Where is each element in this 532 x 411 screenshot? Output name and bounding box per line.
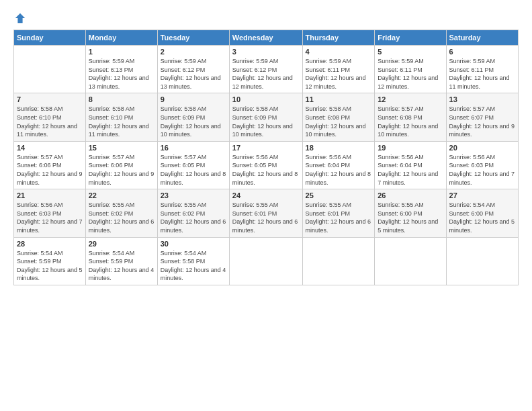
- calendar-cell: 18Sunrise: 5:56 AM Sunset: 6:04 PM Dayli…: [302, 141, 375, 189]
- day-info: Sunrise: 5:58 AM Sunset: 6:10 PM Dayligh…: [17, 105, 83, 138]
- calendar-cell: 16Sunrise: 5:57 AM Sunset: 6:05 PM Dayli…: [157, 141, 229, 189]
- calendar-cell: 24Sunrise: 5:55 AM Sunset: 6:01 PM Dayli…: [229, 189, 302, 237]
- header-day: Wednesday: [229, 30, 302, 46]
- calendar-cell: 23Sunrise: 5:55 AM Sunset: 6:02 PM Dayli…: [157, 189, 229, 237]
- day-info: Sunrise: 5:57 AM Sunset: 6:06 PM Dayligh…: [17, 153, 83, 187]
- calendar-cell: 19Sunrise: 5:56 AM Sunset: 6:04 PM Dayli…: [375, 141, 446, 189]
- day-number: 9: [161, 95, 226, 103]
- header-day: Sunday: [14, 30, 86, 46]
- calendar-cell: 3Sunrise: 5:59 AM Sunset: 6:12 PM Daylig…: [229, 46, 302, 93]
- day-number: 18: [306, 144, 372, 152]
- day-info: Sunrise: 5:56 AM Sunset: 6:04 PM Dayligh…: [306, 153, 372, 187]
- calendar-cell: 28Sunrise: 5:54 AM Sunset: 5:59 PM Dayli…: [14, 237, 86, 285]
- day-number: 17: [232, 144, 300, 152]
- day-number: 21: [17, 191, 83, 199]
- day-number: 2: [161, 48, 226, 56]
- day-number: 29: [89, 240, 154, 248]
- day-number: 1: [89, 48, 154, 56]
- calendar-week-row: 1Sunrise: 5:59 AM Sunset: 6:13 PM Daylig…: [14, 46, 519, 93]
- calendar-cell: 10Sunrise: 5:58 AM Sunset: 6:09 PM Dayli…: [229, 93, 302, 141]
- calendar-table: SundayMondayTuesdayWednesdayThursdayFrid…: [13, 30, 519, 285]
- day-info: Sunrise: 5:59 AM Sunset: 6:12 PM Dayligh…: [232, 57, 300, 91]
- header-day: Thursday: [302, 30, 375, 46]
- header-day: Saturday: [446, 30, 518, 46]
- calendar-cell: 13Sunrise: 5:57 AM Sunset: 6:07 PM Dayli…: [446, 93, 518, 141]
- day-number: 4: [306, 48, 372, 56]
- day-info: Sunrise: 5:54 AM Sunset: 5:59 PM Dayligh…: [17, 249, 83, 283]
- header: [13, 12, 519, 24]
- calendar-cell: [446, 237, 518, 285]
- day-number: 20: [449, 144, 515, 152]
- calendar-cell: 30Sunrise: 5:54 AM Sunset: 5:58 PM Dayli…: [157, 237, 229, 285]
- calendar-cell: 27Sunrise: 5:54 AM Sunset: 6:00 PM Dayli…: [446, 189, 518, 237]
- day-info: Sunrise: 5:57 AM Sunset: 6:08 PM Dayligh…: [378, 105, 443, 138]
- day-info: Sunrise: 5:58 AM Sunset: 6:10 PM Dayligh…: [89, 105, 154, 138]
- calendar-cell: [229, 237, 302, 285]
- calendar-cell: 25Sunrise: 5:55 AM Sunset: 6:01 PM Dayli…: [302, 189, 375, 237]
- day-number: 12: [378, 95, 443, 103]
- calendar-week-row: 28Sunrise: 5:54 AM Sunset: 5:59 PM Dayli…: [14, 237, 519, 285]
- svg-marker-0: [15, 13, 25, 23]
- day-number: 5: [378, 48, 443, 56]
- day-info: Sunrise: 5:54 AM Sunset: 5:59 PM Dayligh…: [89, 249, 154, 283]
- calendar-cell: 17Sunrise: 5:56 AM Sunset: 6:05 PM Dayli…: [229, 141, 302, 189]
- calendar-cell: [375, 237, 446, 285]
- calendar-week-row: 14Sunrise: 5:57 AM Sunset: 6:06 PM Dayli…: [14, 141, 519, 189]
- day-info: Sunrise: 5:56 AM Sunset: 6:04 PM Dayligh…: [378, 153, 443, 187]
- day-number: 25: [306, 191, 372, 199]
- day-number: 22: [89, 191, 154, 199]
- day-info: Sunrise: 5:55 AM Sunset: 6:01 PM Dayligh…: [306, 201, 372, 234]
- calendar-cell: 11Sunrise: 5:58 AM Sunset: 6:08 PM Dayli…: [302, 93, 375, 141]
- day-number: 24: [232, 191, 300, 199]
- calendar-cell: 26Sunrise: 5:55 AM Sunset: 6:00 PM Dayli…: [375, 189, 446, 237]
- day-info: Sunrise: 5:57 AM Sunset: 6:05 PM Dayligh…: [161, 153, 226, 187]
- page: SundayMondayTuesdayWednesdayThursdayFrid…: [0, 0, 532, 411]
- day-number: 10: [232, 95, 300, 103]
- day-number: 19: [378, 144, 443, 152]
- calendar-cell: 29Sunrise: 5:54 AM Sunset: 5:59 PM Dayli…: [85, 237, 157, 285]
- logo-icon: [14, 12, 26, 24]
- day-number: 27: [449, 191, 515, 199]
- calendar-cell: 2Sunrise: 5:59 AM Sunset: 6:12 PM Daylig…: [157, 46, 229, 93]
- day-info: Sunrise: 5:54 AM Sunset: 6:00 PM Dayligh…: [449, 201, 515, 234]
- calendar-cell: 8Sunrise: 5:58 AM Sunset: 6:10 PM Daylig…: [85, 93, 157, 141]
- day-number: 8: [89, 95, 154, 103]
- day-info: Sunrise: 5:59 AM Sunset: 6:12 PM Dayligh…: [161, 57, 226, 91]
- header-day: Monday: [85, 30, 157, 46]
- day-number: 6: [449, 48, 515, 56]
- day-info: Sunrise: 5:57 AM Sunset: 6:06 PM Dayligh…: [89, 153, 154, 187]
- day-number: 7: [17, 95, 83, 103]
- day-info: Sunrise: 5:59 AM Sunset: 6:11 PM Dayligh…: [378, 57, 443, 91]
- calendar-header-row: SundayMondayTuesdayWednesdayThursdayFrid…: [14, 30, 519, 46]
- calendar-cell: 1Sunrise: 5:59 AM Sunset: 6:13 PM Daylig…: [85, 46, 157, 93]
- day-number: 14: [17, 144, 83, 152]
- calendar-cell: [302, 237, 375, 285]
- day-number: 26: [378, 191, 443, 199]
- calendar-cell: 7Sunrise: 5:58 AM Sunset: 6:10 PM Daylig…: [14, 93, 86, 141]
- calendar-week-row: 7Sunrise: 5:58 AM Sunset: 6:10 PM Daylig…: [14, 93, 519, 141]
- day-number: 15: [89, 144, 154, 152]
- day-info: Sunrise: 5:56 AM Sunset: 6:03 PM Dayligh…: [449, 153, 515, 187]
- calendar-cell: [14, 46, 86, 93]
- calendar-cell: 9Sunrise: 5:58 AM Sunset: 6:09 PM Daylig…: [157, 93, 229, 141]
- day-info: Sunrise: 5:58 AM Sunset: 6:09 PM Dayligh…: [232, 105, 300, 138]
- calendar-week-row: 21Sunrise: 5:56 AM Sunset: 6:03 PM Dayli…: [14, 189, 519, 237]
- calendar-cell: 15Sunrise: 5:57 AM Sunset: 6:06 PM Dayli…: [85, 141, 157, 189]
- day-info: Sunrise: 5:55 AM Sunset: 6:02 PM Dayligh…: [161, 201, 226, 234]
- header-day: Tuesday: [157, 30, 229, 46]
- calendar-cell: 21Sunrise: 5:56 AM Sunset: 6:03 PM Dayli…: [14, 189, 86, 237]
- day-info: Sunrise: 5:59 AM Sunset: 6:11 PM Dayligh…: [306, 57, 372, 91]
- day-info: Sunrise: 5:55 AM Sunset: 6:00 PM Dayligh…: [378, 201, 443, 234]
- calendar-cell: 22Sunrise: 5:55 AM Sunset: 6:02 PM Dayli…: [85, 189, 157, 237]
- day-info: Sunrise: 5:58 AM Sunset: 6:08 PM Dayligh…: [306, 105, 372, 138]
- calendar-cell: 12Sunrise: 5:57 AM Sunset: 6:08 PM Dayli…: [375, 93, 446, 141]
- day-info: Sunrise: 5:56 AM Sunset: 6:03 PM Dayligh…: [17, 201, 83, 234]
- day-info: Sunrise: 5:55 AM Sunset: 6:01 PM Dayligh…: [232, 201, 300, 234]
- day-number: 13: [449, 95, 515, 103]
- day-info: Sunrise: 5:56 AM Sunset: 6:05 PM Dayligh…: [232, 153, 300, 187]
- calendar-cell: 20Sunrise: 5:56 AM Sunset: 6:03 PM Dayli…: [446, 141, 518, 189]
- day-info: Sunrise: 5:59 AM Sunset: 6:13 PM Dayligh…: [89, 57, 154, 91]
- calendar-cell: 4Sunrise: 5:59 AM Sunset: 6:11 PM Daylig…: [302, 46, 375, 93]
- calendar-cell: 5Sunrise: 5:59 AM Sunset: 6:11 PM Daylig…: [375, 46, 446, 93]
- day-info: Sunrise: 5:54 AM Sunset: 5:58 PM Dayligh…: [161, 249, 226, 283]
